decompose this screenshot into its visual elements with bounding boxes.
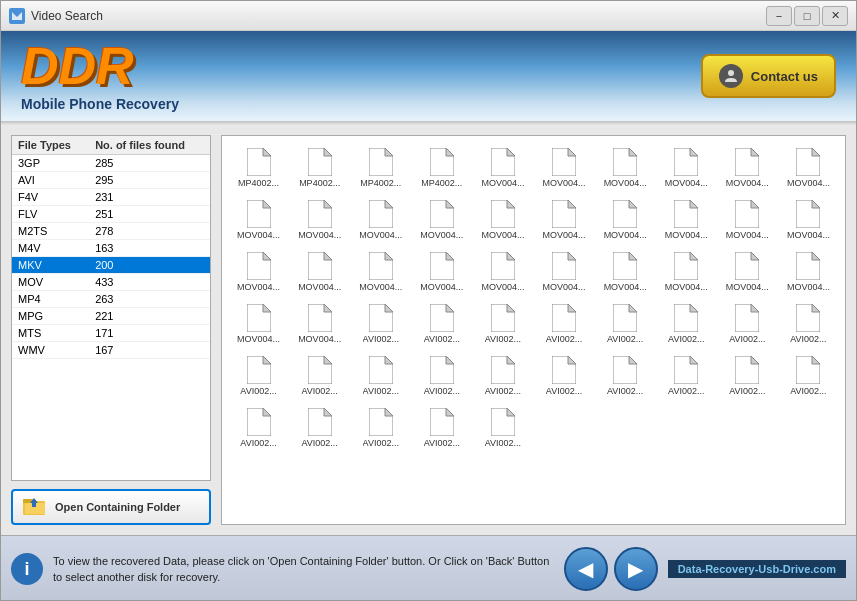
file-item[interactable]: MOV004... [780,144,837,192]
file-item[interactable]: MOV004... [719,248,776,296]
file-item[interactable]: AVI002... [474,404,531,452]
title-bar: Video Search − □ ✕ [1,1,856,31]
file-item[interactable]: AVI002... [535,352,592,400]
app-subtitle: Mobile Phone Recovery [21,96,179,112]
file-label: MOV004... [665,282,708,292]
file-item[interactable]: MP4002... [413,144,470,192]
file-item[interactable]: MOV004... [352,248,409,296]
forward-button[interactable]: ▶ [614,547,658,591]
file-item[interactable]: MOV004... [291,300,348,348]
file-item[interactable]: AVI002... [597,300,654,348]
file-item[interactable]: AVI002... [413,404,470,452]
file-item[interactable]: MOV004... [413,196,470,244]
minimize-button[interactable]: − [766,6,792,26]
file-icon [369,252,393,280]
svg-marker-42 [690,200,698,208]
file-item[interactable]: MOV004... [413,248,470,296]
file-item[interactable]: AVI002... [291,404,348,452]
table-row[interactable]: MTS171 [12,325,210,342]
file-icon [674,304,698,332]
file-item[interactable]: MOV004... [352,196,409,244]
table-row[interactable]: MPG221 [12,308,210,325]
file-item[interactable]: MOV004... [230,196,287,244]
table-row[interactable]: MP4263 [12,291,210,308]
file-item[interactable]: MP4002... [230,144,287,192]
table-row[interactable]: M2TS278 [12,223,210,240]
file-grid: MP4002... MP4002... MP4002... MP4002... … [222,136,845,460]
file-item[interactable]: MOV004... [291,196,348,244]
table-row[interactable]: MKV200 [12,257,210,274]
contact-button[interactable]: Contact us [701,54,836,98]
file-item[interactable]: MOV004... [474,144,531,192]
table-row[interactable]: F4V231 [12,189,210,206]
file-item[interactable]: AVI002... [658,300,715,348]
file-item[interactable]: MOV004... [230,300,287,348]
svg-marker-116 [507,408,515,416]
file-item[interactable]: MOV004... [535,248,592,296]
file-item[interactable]: MOV004... [658,248,715,296]
file-icon [796,200,820,228]
file-item[interactable]: AVI002... [535,300,592,348]
file-item[interactable]: MOV004... [780,248,837,296]
svg-marker-74 [446,304,454,312]
file-label: AVI002... [790,386,826,396]
svg-marker-36 [507,200,515,208]
file-item[interactable]: MOV004... [719,144,776,192]
table-row[interactable]: MOV433 [12,274,210,291]
file-item[interactable]: MOV004... [474,248,531,296]
file-item[interactable]: MOV004... [597,196,654,244]
svg-marker-18 [568,148,576,156]
file-item[interactable]: MP4002... [291,144,348,192]
file-item[interactable]: AVI002... [352,300,409,348]
file-item[interactable]: MP4002... [352,144,409,192]
close-button[interactable]: ✕ [822,6,848,26]
file-item[interactable]: MOV004... [780,196,837,244]
file-item[interactable]: AVI002... [780,352,837,400]
back-button[interactable]: ◀ [564,547,608,591]
file-type-cell: FLV [12,206,89,223]
file-item[interactable]: MOV004... [291,248,348,296]
file-label: AVI002... [607,334,643,344]
file-item[interactable]: MOV004... [658,144,715,192]
file-item[interactable]: MOV004... [474,196,531,244]
file-item[interactable]: AVI002... [474,352,531,400]
table-row[interactable]: AVI295 [12,172,210,189]
table-row[interactable]: FLV251 [12,206,210,223]
file-item[interactable]: AVI002... [780,300,837,348]
svg-marker-38 [568,200,576,208]
file-item[interactable]: MOV004... [597,144,654,192]
file-item[interactable]: AVI002... [413,300,470,348]
file-item[interactable]: MOV004... [230,248,287,296]
file-item[interactable]: MOV004... [658,196,715,244]
table-row[interactable]: M4V163 [12,240,210,257]
file-label: AVI002... [607,386,643,396]
file-label: MOV004... [726,230,769,240]
file-item[interactable]: AVI002... [291,352,348,400]
file-item[interactable]: AVI002... [230,352,287,400]
file-grid-panel[interactable]: MP4002... MP4002... MP4002... MP4002... … [221,135,846,525]
maximize-button[interactable]: □ [794,6,820,26]
open-folder-button[interactable]: Open Containing Folder [11,489,211,525]
file-item[interactable]: AVI002... [719,352,776,400]
file-item[interactable]: MOV004... [719,196,776,244]
file-item[interactable]: AVI002... [658,352,715,400]
file-item[interactable]: AVI002... [597,352,654,400]
left-panel: File Types No. of files found 3GP285AVI2… [11,135,211,525]
file-item[interactable]: AVI002... [719,300,776,348]
file-type-table: File Types No. of files found 3GP285AVI2… [11,135,211,481]
file-item[interactable]: AVI002... [352,352,409,400]
file-item[interactable]: AVI002... [413,352,470,400]
file-item[interactable]: AVI002... [352,404,409,452]
file-item[interactable]: MOV004... [535,196,592,244]
file-item[interactable]: AVI002... [230,404,287,452]
table-row[interactable]: WMV167 [12,342,210,359]
file-item[interactable]: MOV004... [535,144,592,192]
file-item[interactable]: AVI002... [474,300,531,348]
svg-marker-14 [446,148,454,156]
file-item[interactable]: MOV004... [597,248,654,296]
svg-marker-82 [690,304,698,312]
file-type-cell: AVI [12,172,89,189]
file-icon [430,408,454,436]
file-icon [552,356,576,384]
table-row[interactable]: 3GP285 [12,155,210,172]
